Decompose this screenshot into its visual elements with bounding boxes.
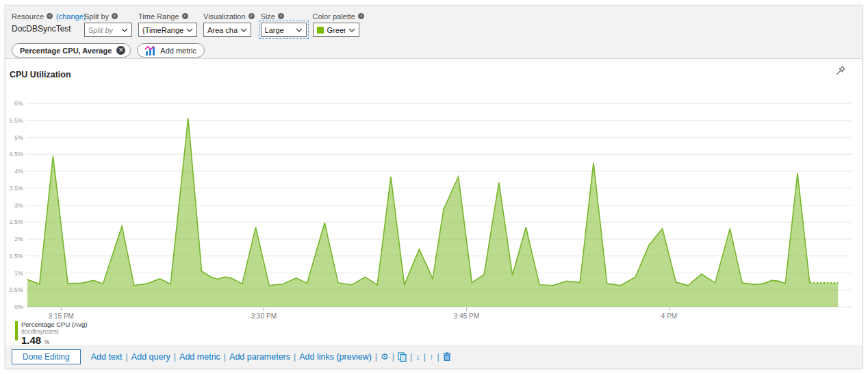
- svg-text:2%: 2%: [14, 236, 23, 242]
- add-query-link[interactable]: Add query: [131, 352, 170, 362]
- chevron-down-icon: [296, 28, 303, 32]
- svg-text:2.5%: 2.5%: [9, 219, 23, 225]
- split-by-dropdown[interactable]: Split by: [84, 23, 132, 37]
- info-icon: i: [112, 13, 118, 19]
- size-label: Size: [261, 12, 275, 21]
- done-editing-button[interactable]: Done Editing: [12, 349, 81, 364]
- delete-icon[interactable]: [443, 352, 451, 362]
- copy-icon[interactable]: [398, 352, 407, 362]
- split-by-label: Split by: [84, 12, 109, 21]
- metric-tile-editor: Resource i (change) DocDBSyncTest Split …: [5, 5, 863, 369]
- resource-block: Resource i (change) DocDBSyncTest: [12, 11, 77, 34]
- info-icon: i: [358, 13, 364, 19]
- cpu-utilization-area-chart[interactable]: 0%0.5%1%1.5%2%2.5%3%3.5%4%4.5%5%5.5%6%3:…: [5, 59, 862, 347]
- svg-text:5%: 5%: [14, 134, 23, 141]
- svg-text:4%: 4%: [14, 168, 23, 175]
- time-range-field: Time Range i {TimeRange}: [138, 11, 197, 37]
- metric-pill[interactable]: Percentage CPU, Average ✕: [12, 43, 131, 58]
- legend-color-bar: [15, 321, 18, 340]
- time-range-label: Time Range: [138, 12, 179, 21]
- info-icon: i: [47, 13, 53, 19]
- visualization-value: Area chart: [207, 26, 238, 34]
- svg-text:3.5%: 3.5%: [9, 185, 23, 192]
- svg-text:0%: 0%: [14, 303, 23, 310]
- chevron-down-icon: [348, 28, 355, 32]
- chart-legend[interactable]: Percentage CPU (Avg) docdbsynctest 1.48 …: [15, 321, 87, 347]
- svg-text:3%: 3%: [14, 202, 23, 209]
- visualization-dropdown[interactable]: Area chart: [203, 23, 251, 37]
- svg-text:4.5%: 4.5%: [9, 151, 23, 158]
- color-palette-field: Color palette i Green: [313, 11, 364, 37]
- add-parameters-link[interactable]: Add parameters: [229, 352, 290, 362]
- move-down-icon[interactable]: ↓: [416, 351, 420, 362]
- chevron-down-icon: [186, 28, 193, 32]
- metric-chart-icon: [145, 46, 156, 55]
- svg-text:6%: 6%: [14, 100, 23, 107]
- color-palette-value: Green: [327, 26, 346, 34]
- size-field: Size i Large: [261, 11, 307, 37]
- svg-text:3:45 PM: 3:45 PM: [454, 312, 479, 320]
- time-range-value: {TimeRange}: [142, 26, 183, 34]
- visualization-field: Visualization i Area chart: [203, 11, 255, 37]
- svg-text:1%: 1%: [14, 270, 23, 277]
- settings-icon[interactable]: ⚙: [381, 351, 389, 362]
- chart-panel: CPU Utilization 0%0.5%1%1.5%2%2.5%3%3.5%…: [5, 58, 862, 346]
- add-text-link[interactable]: Add text: [91, 352, 123, 362]
- chevron-down-icon: [121, 28, 128, 32]
- visualization-label: Visualization: [203, 12, 246, 21]
- color-palette-label: Color palette: [313, 12, 355, 21]
- metric-pill-label: Percentage CPU, Average: [20, 47, 112, 55]
- green-color-swatch: [317, 27, 324, 34]
- size-dropdown[interactable]: Large: [261, 23, 307, 37]
- add-links-preview-link[interactable]: Add links (preview): [299, 352, 372, 362]
- edit-footer: Done Editing Add text | Add query | Add …: [5, 345, 862, 368]
- move-up-icon[interactable]: ↑: [429, 351, 434, 362]
- svg-text:1.5%: 1.5%: [9, 253, 23, 260]
- svg-text:3:30 PM: 3:30 PM: [251, 312, 277, 320]
- info-icon: i: [278, 13, 284, 19]
- svg-text:0.5%: 0.5%: [9, 286, 23, 293]
- remove-metric-icon[interactable]: ✕: [116, 46, 125, 55]
- time-range-dropdown[interactable]: {TimeRange}: [138, 23, 197, 37]
- info-icon: i: [248, 13, 255, 19]
- color-palette-dropdown[interactable]: Green: [313, 23, 359, 37]
- change-resource-link[interactable]: (change): [56, 12, 86, 21]
- info-icon: i: [182, 13, 188, 19]
- resource-label: Resource: [12, 12, 44, 21]
- chevron-down-icon: [240, 28, 247, 32]
- size-value: Large: [265, 26, 284, 34]
- chart-toolbar: Resource i (change) DocDBSyncTest Split …: [5, 5, 862, 58]
- svg-text:4 PM: 4 PM: [661, 312, 677, 320]
- resource-value: DocDBSyncTest: [12, 24, 77, 34]
- svg-text:5.5%: 5.5%: [9, 117, 23, 124]
- svg-text:3:15 PM: 3:15 PM: [49, 312, 74, 320]
- add-metric-button[interactable]: Add metric: [137, 43, 205, 58]
- split-by-field: Split by i Split by: [84, 11, 132, 37]
- split-by-value: Split by: [88, 26, 113, 34]
- add-metric-link[interactable]: Add metric: [179, 352, 220, 362]
- legend-series-name: Percentage CPU (Avg): [21, 321, 87, 328]
- add-metric-label: Add metric: [160, 47, 196, 55]
